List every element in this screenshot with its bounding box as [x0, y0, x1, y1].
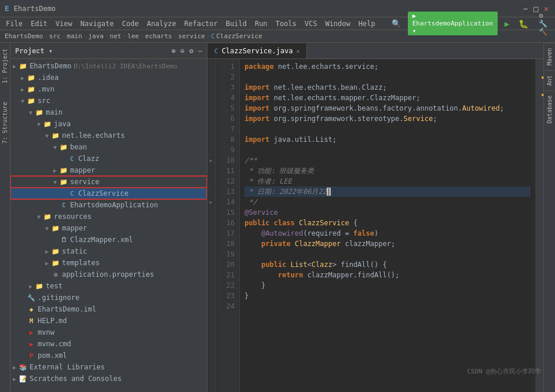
tree-icon: 📁	[51, 225, 60, 232]
tree-label: EhartsdemoApplication	[70, 201, 158, 209]
breadcrumb-item[interactable]: lee	[127, 32, 139, 40]
breadcrumb-item[interactable]: main	[67, 32, 82, 40]
tab-close-button[interactable]: ×	[296, 48, 300, 54]
run-button[interactable]: ▶	[501, 18, 513, 30]
tree-item-clazz-bean[interactable]: CClazz	[10, 153, 207, 164]
panel-icon-gear[interactable]: ⚙	[189, 47, 193, 55]
panel-icon-minus[interactable]: ⊖	[180, 47, 184, 55]
tree-item-src[interactable]: ▼📁src	[10, 95, 207, 107]
breadcrumb-item-class[interactable]: C	[211, 32, 216, 40]
menu-navigate[interactable]: Navigate	[77, 19, 118, 29]
tree-item-idea[interactable]: ▶📁.idea	[10, 72, 207, 83]
tab-ant[interactable]: Ant	[545, 70, 554, 90]
tree-item-ehartsdemo-app[interactable]: CEhartsdemoApplication	[10, 199, 207, 211]
token: ClazzService	[299, 219, 349, 227]
line-number-20: 20	[216, 259, 235, 270]
breadcrumb-classname[interactable]: ClazzService	[216, 32, 262, 40]
breadcrumb-item[interactable]: net	[110, 32, 122, 40]
tab-maven[interactable]: Maven	[545, 43, 554, 70]
menu-view[interactable]: View	[52, 19, 76, 29]
code-content[interactable]: package net.lee.echarts.service; import …	[240, 59, 535, 392]
line-number-19: 19	[216, 249, 235, 259]
tree-item-clazzservice[interactable]: CClazzService	[10, 188, 207, 199]
tab-label: ClazzService.java	[222, 47, 293, 55]
minimize-button[interactable]: −	[521, 5, 530, 13]
tree-icon: 📁	[51, 132, 60, 140]
tree-item-static[interactable]: ▶📁static	[10, 246, 207, 257]
tree-arrow: ▶	[10, 63, 19, 69]
code-line-8: import java.util.List;	[244, 134, 531, 145]
tree-item-service[interactable]: ▼📁service	[10, 176, 207, 188]
tab-project[interactable]: 1: Project	[1, 45, 9, 87]
scrollbar-marks[interactable]	[535, 59, 543, 392]
tab-structure[interactable]: 7: Structure	[1, 98, 9, 147]
tree-item-mvn[interactable]: ▶📁.mvn	[10, 83, 207, 95]
menu-edit[interactable]: Edit	[27, 19, 51, 29]
tree-item-mvnw-cmd[interactable]: ▶mvnw.cmd	[10, 338, 207, 350]
code-line-13: * 日期: 2022年06月22|	[244, 186, 531, 197]
tree-item-ext-libs[interactable]: ▶📚External Libraries	[10, 361, 207, 373]
code-line-24	[244, 301, 531, 312]
tree-item-scratches[interactable]: ▶📝Scratches and Consoles	[10, 373, 207, 384]
panel-icon-add[interactable]: ⊕	[171, 47, 176, 55]
breadcrumb-item[interactable]: echarts	[145, 32, 172, 40]
tree-item-resources[interactable]: ▼📁resources	[10, 211, 207, 222]
tree-item-ehartsdemo-iml[interactable]: ◆EhartsDemo.iml	[10, 303, 207, 315]
code-line-12: * 作者: LEE	[244, 176, 531, 186]
tab-database[interactable]: Database	[545, 90, 554, 128]
line-number-8: 8	[216, 134, 235, 145]
line-number-1: 1	[216, 61, 235, 72]
breadcrumb-item[interactable]: EhartsDemo	[5, 32, 43, 40]
breadcrumb-item[interactable]: service	[178, 32, 205, 40]
run-config-selector[interactable]: ▶ EhartsdemoApplication ▾	[408, 12, 498, 35]
breadcrumb-item[interactable]: src	[49, 32, 61, 40]
editor-tab-clazzservice[interactable]: C ClazzService.java ×	[207, 43, 307, 58]
token	[295, 219, 299, 227]
tree-item-templates[interactable]: ▶📁templates	[10, 257, 207, 269]
tree-item-help-md[interactable]: MHELP.md	[10, 315, 207, 327]
token: ClazzMapper	[295, 240, 341, 248]
menu-file[interactable]: File	[2, 19, 26, 29]
tree-item-test[interactable]: ▶📁test	[10, 280, 207, 292]
tree-item-java[interactable]: ▼📁java	[10, 118, 207, 130]
token: List	[291, 261, 308, 269]
tree-item-bean[interactable]: ▼📁bean	[10, 141, 207, 153]
tree-icon: 🔧	[27, 294, 36, 302]
main-area: 1: Project 7: Structure Project ▾ ⊕ ⊖ ⚙ …	[0, 43, 555, 392]
tree-item-mvnw[interactable]: ▶mvnw	[10, 327, 207, 338]
menu-window[interactable]: Window	[322, 19, 353, 29]
gutter-line-18	[207, 239, 215, 249]
debug-button[interactable]: 🐛	[515, 18, 532, 30]
menu-build[interactable]: Build	[222, 19, 250, 29]
tree-item-mapper[interactable]: ▶📁mapper	[10, 164, 207, 176]
tree-item-pom-xml[interactable]: Ppom.xml	[10, 350, 207, 361]
tree-item-main[interactable]: ▼📁main	[10, 107, 207, 118]
gutter-line-17	[207, 228, 215, 239]
tree-arrow: ▼	[43, 225, 51, 232]
tree-item-gitignore[interactable]: 🔧.gitignore	[10, 292, 207, 303]
tree-item-clazzmapper-xml[interactable]: 🗒ClazzMapper.xml	[10, 234, 207, 246]
expand-icon[interactable]: ▶	[210, 157, 213, 163]
tree-item-ehartsdemo-root[interactable]: ▶📁EhartsDemoD:\IntelliJ IDEA\EhartsDemo	[10, 60, 207, 72]
menu-help[interactable]: Help	[355, 19, 379, 29]
menu-vcs[interactable]: VCS	[301, 19, 321, 29]
token: return	[278, 271, 303, 279]
code-line-1: package net.lee.echarts.service;	[244, 61, 531, 72]
breadcrumb-item[interactable]: java	[88, 32, 104, 40]
menu-tools[interactable]: Tools	[272, 19, 300, 29]
menu-code[interactable]: Code	[119, 19, 143, 29]
watermark: CSDN @热心市民小李同学	[467, 367, 541, 376]
token: > findAll() {	[333, 261, 387, 269]
tree-item-net-lee-echarts[interactable]: ▼📁net.lee.echarts	[10, 130, 207, 141]
panel-icon-close[interactable]: —	[198, 47, 202, 55]
tree-arrow: ▶	[51, 167, 59, 174]
scroll-mark-2	[542, 94, 543, 96]
expand-icon[interactable]: ▶	[210, 199, 213, 205]
tree-item-mapper-res[interactable]: ▼📁mapper	[10, 222, 207, 234]
tree-item-app-properties[interactable]: ⚙application.properties	[10, 269, 207, 280]
toolbar-search[interactable]: 🔍	[388, 18, 404, 29]
menu-analyze[interactable]: Analyze	[143, 19, 180, 29]
token: import	[244, 135, 269, 144]
menu-run[interactable]: Run	[251, 19, 271, 29]
menu-refactor[interactable]: Refactor	[181, 19, 221, 29]
